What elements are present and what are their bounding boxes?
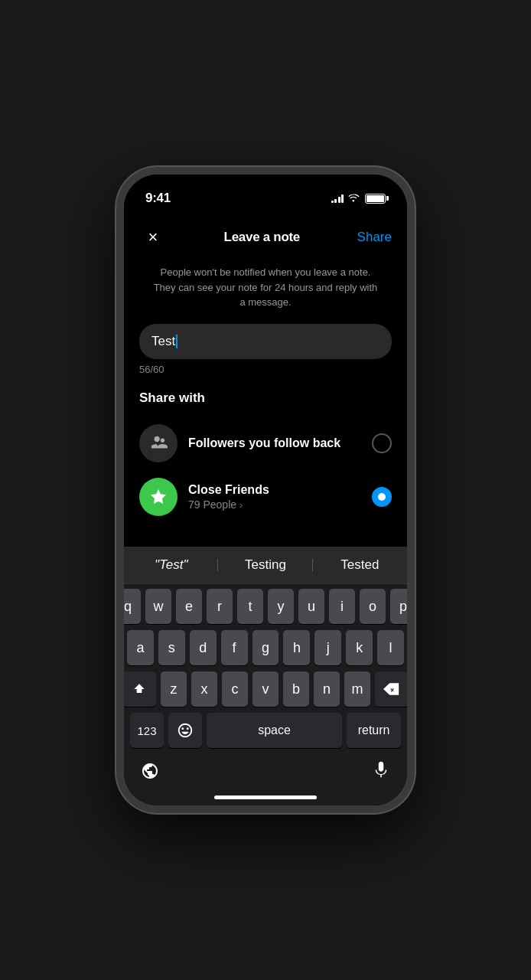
key-row-2: a s d f g h j k l xyxy=(127,630,404,665)
key-row-4: 123 space return xyxy=(127,713,404,748)
share-button[interactable]: Share xyxy=(357,230,392,245)
page-title: Leave a note xyxy=(224,230,300,245)
dynamic-island xyxy=(217,184,314,211)
autocorrect-item-0[interactable]: "Test" xyxy=(124,554,218,576)
key-y[interactable]: y xyxy=(268,589,294,624)
key-v[interactable]: v xyxy=(252,671,279,707)
close-friends-icon-container xyxy=(139,478,178,516)
key-i[interactable]: i xyxy=(329,589,355,624)
key-m[interactable]: m xyxy=(344,671,370,707)
text-cursor xyxy=(176,335,178,348)
mic-icon xyxy=(373,761,389,781)
key-d[interactable]: d xyxy=(190,630,217,665)
emoji-key[interactable] xyxy=(168,713,202,748)
key-x[interactable]: x xyxy=(191,671,217,707)
num-key[interactable]: 123 xyxy=(130,713,164,748)
key-g[interactable]: g xyxy=(252,630,279,665)
key-b[interactable]: b xyxy=(283,671,309,707)
signal-icon xyxy=(331,194,344,203)
return-key[interactable]: return xyxy=(347,713,401,748)
space-key[interactable]: space xyxy=(207,713,342,748)
key-k[interactable]: k xyxy=(346,630,373,665)
note-input-text: Test xyxy=(151,334,178,349)
key-j[interactable]: j xyxy=(314,630,341,665)
key-c[interactable]: c xyxy=(222,671,248,707)
globe-icon xyxy=(141,762,159,780)
key-f[interactable]: f xyxy=(221,630,248,665)
emoji-icon xyxy=(177,722,194,739)
shift-key[interactable] xyxy=(124,671,156,707)
phone-screen: 9:41 × xyxy=(124,175,407,805)
wifi-icon xyxy=(348,192,360,204)
key-e[interactable]: e xyxy=(176,589,202,624)
autocorrect-bar: "Test" Testing Tested xyxy=(124,547,407,584)
key-a[interactable]: a xyxy=(127,630,154,665)
key-l[interactable]: l xyxy=(377,630,404,665)
chevron-right-icon: › xyxy=(239,499,243,511)
char-count: 56/60 xyxy=(124,359,407,387)
close-friends-name: Close Friends xyxy=(188,483,372,497)
backspace-icon xyxy=(383,683,400,695)
close-friends-count: 79 People xyxy=(188,498,236,511)
key-r[interactable]: r xyxy=(207,589,233,624)
close-friends-sub[interactable]: 79 People › xyxy=(188,498,372,511)
keyboard-area: "Test" Testing Tested q w e r t y u i o xyxy=(124,547,407,805)
followers-option[interactable]: Followers you follow back xyxy=(124,416,407,470)
close-icon: × xyxy=(148,229,158,246)
close-button[interactable]: × xyxy=(139,224,167,251)
key-o[interactable]: o xyxy=(360,589,386,624)
status-time: 9:41 xyxy=(145,191,171,206)
home-indicator xyxy=(214,795,317,799)
followers-icon-container xyxy=(139,424,178,462)
phone-frame: 9:41 × xyxy=(116,167,415,813)
followers-name: Followers you follow back xyxy=(188,436,372,450)
info-text: People won't be notified when you leave … xyxy=(124,262,407,324)
share-with-title: Share with xyxy=(124,387,407,416)
note-input-container[interactable]: Test xyxy=(139,324,392,359)
globe-mic-row xyxy=(127,751,404,788)
content-spacer xyxy=(124,524,407,547)
followers-info: Followers you follow back xyxy=(188,436,372,450)
battery-fill xyxy=(366,195,384,202)
key-h[interactable]: h xyxy=(283,630,310,665)
globe-key[interactable] xyxy=(133,754,167,788)
key-t[interactable]: t xyxy=(237,589,263,624)
autocorrect-item-1[interactable]: Testing xyxy=(218,554,312,576)
shift-icon xyxy=(132,681,147,697)
close-friends-radio[interactable] xyxy=(372,487,392,507)
status-icons xyxy=(331,192,386,204)
backspace-key[interactable] xyxy=(375,671,407,707)
people-icon xyxy=(148,435,168,452)
key-row-3: z x c v b n m xyxy=(127,671,404,707)
key-z[interactable]: z xyxy=(161,671,187,707)
key-n[interactable]: n xyxy=(314,671,340,707)
close-friends-info: Close Friends 79 People › xyxy=(188,483,372,511)
key-u[interactable]: u xyxy=(298,589,324,624)
header: × Leave a note Share xyxy=(124,216,407,262)
autocorrect-item-2[interactable]: Tested xyxy=(313,554,407,576)
key-q[interactable]: q xyxy=(124,589,141,624)
key-w[interactable]: w xyxy=(145,589,171,624)
battery-icon xyxy=(365,194,386,204)
key-p[interactable]: p xyxy=(390,589,407,624)
star-icon xyxy=(149,488,168,506)
keyboard: q w e r t y u i o p a s d f g xyxy=(124,584,407,791)
key-s[interactable]: s xyxy=(158,630,185,665)
close-friends-option[interactable]: Close Friends 79 People › xyxy=(124,470,407,524)
mic-key[interactable] xyxy=(364,754,398,788)
followers-radio[interactable] xyxy=(372,433,392,453)
key-row-1: q w e r t y u i o p xyxy=(127,589,404,624)
